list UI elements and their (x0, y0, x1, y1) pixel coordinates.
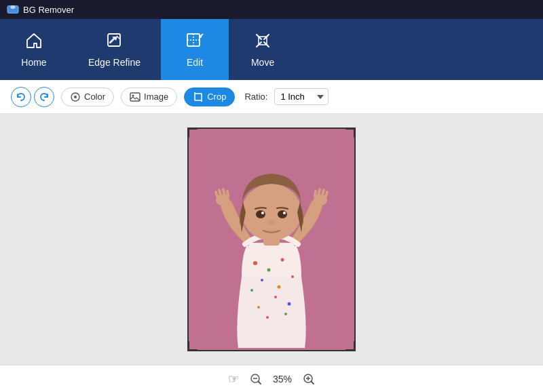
svg-point-15 (253, 261, 257, 265)
ratio-select[interactable]: 1 Inch 2 Inch Custom (274, 88, 329, 105)
svg-point-9 (132, 94, 134, 96)
svg-point-23 (288, 302, 291, 306)
ratio-label: Ratio: (244, 92, 267, 102)
svg-point-25 (266, 316, 269, 319)
zoom-in-button[interactable] (303, 373, 315, 385)
nav-edge-refine[interactable]: Edge Refine (68, 19, 161, 80)
svg-point-20 (291, 275, 294, 278)
nav-edit[interactable]: Edit (161, 19, 229, 80)
app-title: BG Remover (23, 5, 74, 15)
svg-point-19 (278, 286, 281, 289)
svg-line-29 (219, 190, 221, 195)
svg-line-48 (258, 381, 261, 384)
color-button[interactable]: Color (61, 87, 114, 106)
svg-rect-8 (130, 93, 140, 101)
svg-line-33 (326, 192, 327, 197)
image-container (187, 128, 356, 351)
svg-point-18 (261, 279, 263, 281)
nav-edge-refine-label: Edge Refine (88, 57, 141, 68)
svg-point-4 (199, 35, 202, 38)
svg-line-34 (322, 190, 324, 195)
svg-point-43 (261, 212, 263, 214)
svg-rect-10 (195, 94, 202, 100)
svg-point-45 (268, 220, 275, 225)
title-bar: BG Remover (0, 0, 543, 19)
edge-refine-icon (105, 31, 124, 53)
canvas-area (0, 114, 543, 365)
toolbar: Color Image Crop Ratio: 1 Inch 2 Inch Cu… (0, 80, 543, 114)
zoom-in-icon (303, 373, 315, 385)
photo-canvas (187, 128, 356, 351)
app-icon (7, 3, 19, 16)
move-icon (253, 31, 272, 53)
svg-point-39 (256, 210, 265, 218)
redo-button[interactable] (34, 87, 54, 107)
nav-home-label: Home (21, 57, 46, 68)
svg-point-17 (281, 258, 284, 262)
crop-button[interactable]: Crop (184, 87, 235, 106)
undo-button[interactable] (11, 87, 31, 107)
svg-line-52 (312, 381, 314, 384)
svg-point-7 (74, 96, 77, 98)
zoom-percentage: 35% (273, 374, 292, 385)
svg-line-36 (315, 191, 316, 197)
nav-move-label: Move (251, 57, 274, 68)
svg-point-44 (283, 212, 284, 214)
image-button[interactable]: Image (121, 87, 177, 106)
svg-line-30 (223, 189, 225, 195)
edit-icon (185, 31, 204, 53)
svg-point-1 (10, 5, 15, 9)
hand-tool-icon[interactable]: ☞ (228, 372, 239, 387)
svg-point-16 (267, 269, 271, 272)
svg-point-24 (257, 306, 260, 309)
undo-redo-group (11, 87, 54, 107)
nav-home[interactable]: Home (0, 19, 68, 80)
svg-line-35 (318, 189, 320, 195)
photo-svg (187, 128, 356, 351)
crop-icon (193, 92, 204, 102)
status-bar: ☞ 35% (0, 365, 543, 392)
image-label: Image (144, 92, 168, 102)
svg-point-26 (284, 313, 287, 315)
zoom-out-button[interactable] (250, 373, 262, 385)
zoom-out-icon (250, 373, 262, 385)
nav-edit-label: Edit (187, 57, 203, 68)
navbar: Home Edge Refine Edit (0, 19, 543, 80)
nav-move[interactable]: Move (229, 19, 297, 80)
image-icon (130, 92, 141, 102)
svg-point-40 (278, 210, 287, 218)
svg-point-21 (250, 289, 253, 292)
home-icon (24, 31, 43, 53)
crop-label: Crop (207, 92, 226, 102)
svg-line-28 (216, 192, 217, 197)
color-icon (70, 92, 81, 102)
color-label: Color (84, 92, 105, 102)
svg-line-31 (227, 191, 228, 197)
svg-point-22 (274, 296, 277, 298)
